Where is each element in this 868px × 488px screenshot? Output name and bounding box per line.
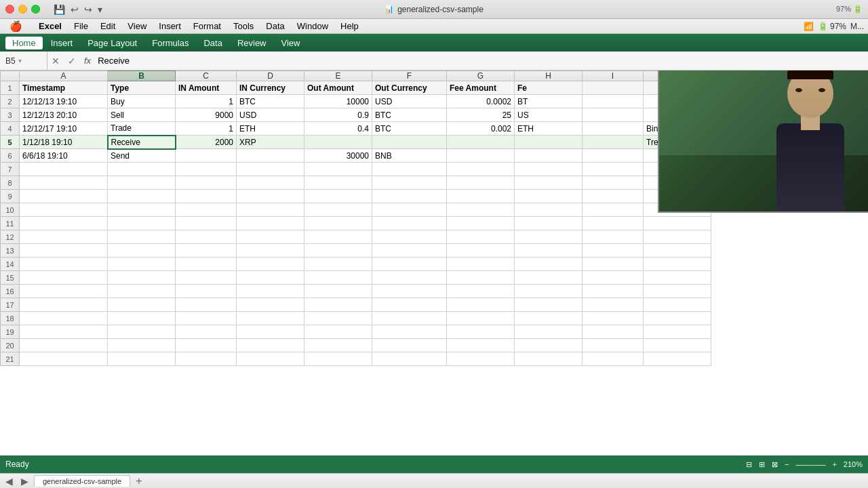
cell-c1[interactable]: IN Amount xyxy=(176,81,237,95)
cell-f14[interactable] xyxy=(372,258,447,271)
cell-e10[interactable] xyxy=(304,203,372,217)
add-sheet-button[interactable]: + xyxy=(133,475,144,487)
cell-i21[interactable] xyxy=(583,352,644,366)
cell-g19[interactable] xyxy=(447,325,515,339)
cell-a4[interactable]: 12/12/17 19:10 xyxy=(20,122,108,136)
cell-b2[interactable]: Buy xyxy=(108,95,176,108)
cell-f13[interactable] xyxy=(372,244,447,258)
app-menu[interactable]: Excel xyxy=(33,20,67,32)
menu-view[interactable]: View xyxy=(122,20,152,32)
cell-b6[interactable]: Send xyxy=(108,149,176,163)
cell-a3[interactable]: 12/12/13 20:10 xyxy=(20,108,108,122)
cell-a13[interactable] xyxy=(20,244,108,258)
cell-b4[interactable]: Trade xyxy=(108,122,176,136)
cell-f17[interactable] xyxy=(372,298,447,312)
cell-h21[interactable] xyxy=(515,352,583,366)
cell-f10[interactable] xyxy=(372,203,447,217)
cell-i1[interactable] xyxy=(583,81,644,95)
cell-a15[interactable] xyxy=(20,271,108,285)
cell-j16[interactable] xyxy=(644,285,711,298)
sheet-tab-main[interactable]: generalized-csv-sample xyxy=(34,475,130,487)
cell-e9[interactable] xyxy=(304,190,372,203)
cell-c5[interactable]: 2000 xyxy=(176,136,237,149)
cell-c18[interactable] xyxy=(176,312,237,325)
cell-a12[interactable] xyxy=(20,230,108,244)
menu-format[interactable]: Format xyxy=(188,20,226,32)
cell-i14[interactable] xyxy=(583,258,644,271)
cell-e18[interactable] xyxy=(304,312,372,325)
cell-a17[interactable] xyxy=(20,298,108,312)
zoom-plus-icon[interactable]: + xyxy=(832,460,836,468)
cell-d7[interactable] xyxy=(237,163,304,176)
cell-h14[interactable] xyxy=(515,258,583,271)
cell-i8[interactable] xyxy=(583,176,644,190)
cell-i13[interactable] xyxy=(583,244,644,258)
cell-f2[interactable]: USD xyxy=(372,95,447,108)
menu-tools[interactable]: Tools xyxy=(228,20,259,32)
cell-f6[interactable]: BNB xyxy=(372,149,447,163)
cell-d13[interactable] xyxy=(237,244,304,258)
cell-b3[interactable]: Sell xyxy=(108,108,176,122)
cell-b10[interactable] xyxy=(108,203,176,217)
row-num-7[interactable]: 7 xyxy=(1,163,20,176)
cell-g17[interactable] xyxy=(447,298,515,312)
apple-menu[interactable]: 🍎 xyxy=(4,20,28,33)
cell-f15[interactable] xyxy=(372,271,447,285)
cell-d12[interactable] xyxy=(237,230,304,244)
tab-insert[interactable]: Insert xyxy=(44,37,80,49)
cell-c2[interactable]: 1 xyxy=(176,95,237,108)
row-num-6[interactable]: 6 xyxy=(1,149,20,163)
formula-value[interactable]: Receive xyxy=(95,56,868,66)
save-icon[interactable]: 💾 xyxy=(54,4,65,15)
cell-a9[interactable] xyxy=(20,190,108,203)
tab-page-layout[interactable]: Page Layout xyxy=(81,37,144,49)
cell-d18[interactable] xyxy=(237,312,304,325)
cell-c8[interactable] xyxy=(176,176,237,190)
cell-f12[interactable] xyxy=(372,230,447,244)
row-num-8[interactable]: 8 xyxy=(1,176,20,190)
cell-c11[interactable] xyxy=(176,217,237,230)
cell-b16[interactable] xyxy=(108,285,176,298)
cell-e20[interactable] xyxy=(304,339,372,352)
cell-i17[interactable] xyxy=(583,298,644,312)
cell-d14[interactable] xyxy=(237,258,304,271)
undo-icon[interactable]: ↩ xyxy=(71,4,79,15)
cell-a16[interactable] xyxy=(20,285,108,298)
cell-f1[interactable]: Out Currency xyxy=(372,81,447,95)
cancel-formula-button[interactable]: ✕ xyxy=(47,52,64,70)
confirm-formula-button[interactable]: ✓ xyxy=(64,52,80,70)
cell-d17[interactable] xyxy=(237,298,304,312)
row-num-5[interactable]: 5 xyxy=(1,136,20,149)
cell-i4[interactable] xyxy=(583,122,644,136)
cell-b19[interactable] xyxy=(108,325,176,339)
cell-e2[interactable]: 10000 xyxy=(304,95,372,108)
cell-g21[interactable] xyxy=(447,352,515,366)
cell-h11[interactable] xyxy=(515,217,583,230)
row-num-1[interactable]: 1 xyxy=(1,81,20,95)
cell-c14[interactable] xyxy=(176,258,237,271)
cell-c20[interactable] xyxy=(176,339,237,352)
cell-h5[interactable] xyxy=(515,136,583,149)
cell-a6[interactable]: 6/6/18 19:10 xyxy=(20,149,108,163)
cell-b20[interactable] xyxy=(108,339,176,352)
cell-d4[interactable]: ETH xyxy=(237,122,304,136)
cell-c15[interactable] xyxy=(176,271,237,285)
col-header-f[interactable]: F xyxy=(372,71,447,81)
tab-data[interactable]: Data xyxy=(197,37,229,49)
cell-b21[interactable] xyxy=(108,352,176,366)
cell-g8[interactable] xyxy=(447,176,515,190)
cell-g16[interactable] xyxy=(447,285,515,298)
cell-h4[interactable]: ETH xyxy=(515,122,583,136)
cell-g20[interactable] xyxy=(447,339,515,352)
cell-h10[interactable] xyxy=(515,203,583,217)
cell-f4[interactable]: BTC xyxy=(372,122,447,136)
cell-d3[interactable]: USD xyxy=(237,108,304,122)
cell-g18[interactable] xyxy=(447,312,515,325)
cell-f21[interactable] xyxy=(372,352,447,366)
row-num-16[interactable]: 16 xyxy=(1,285,20,298)
cell-f18[interactable] xyxy=(372,312,447,325)
zoom-minus-icon[interactable]: − xyxy=(785,460,789,468)
cell-i2[interactable] xyxy=(583,95,644,108)
row-num-10[interactable]: 10 xyxy=(1,203,20,217)
cell-g5[interactable] xyxy=(447,136,515,149)
